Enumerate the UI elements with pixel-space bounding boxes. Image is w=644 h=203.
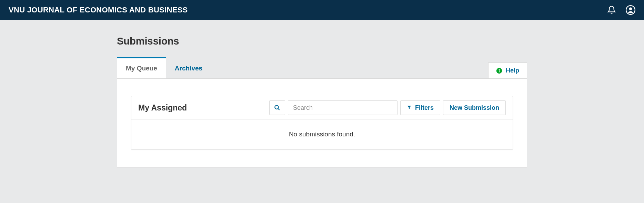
tab-my-queue[interactable]: My Queue	[117, 57, 166, 78]
empty-message: No submissions found.	[131, 119, 513, 149]
panel-header: My Assigned	[131, 96, 513, 119]
filters-button[interactable]: Filters	[400, 100, 440, 115]
user-icon[interactable]	[626, 5, 635, 15]
app-title: VNU JOURNAL OF ECONOMICS AND BUSINESS	[9, 6, 188, 14]
panel-box: My Assigned	[131, 96, 513, 149]
tabs-row: My Queue Archives Help	[117, 57, 527, 78]
header-icons	[607, 5, 635, 15]
page-title: Submissions	[117, 36, 527, 47]
page-content: Submissions My Queue Archives Help My As…	[107, 36, 537, 167]
info-icon	[496, 68, 502, 74]
new-submission-label: New Submission	[450, 104, 499, 112]
search-icon[interactable]	[269, 100, 285, 115]
svg-rect-3	[499, 70, 500, 72]
app-header: VNU JOURNAL OF ECONOMICS AND BUSINESS	[0, 0, 644, 20]
bell-icon[interactable]	[607, 6, 616, 14]
search-input[interactable]	[288, 100, 398, 115]
panel-controls: Filters New Submission	[269, 100, 506, 115]
panel-title: My Assigned	[138, 103, 187, 113]
filters-label: Filters	[415, 104, 434, 112]
tab-panel: My Assigned	[117, 78, 527, 167]
tab-archives[interactable]: Archives	[166, 58, 211, 78]
svg-line-6	[278, 108, 280, 110]
svg-point-1	[629, 7, 632, 10]
help-label: Help	[506, 67, 519, 74]
new-submission-button[interactable]: New Submission	[443, 100, 506, 115]
filter-icon	[407, 104, 412, 112]
svg-point-4	[499, 69, 500, 70]
help-button[interactable]: Help	[488, 62, 527, 78]
svg-point-5	[275, 105, 279, 109]
